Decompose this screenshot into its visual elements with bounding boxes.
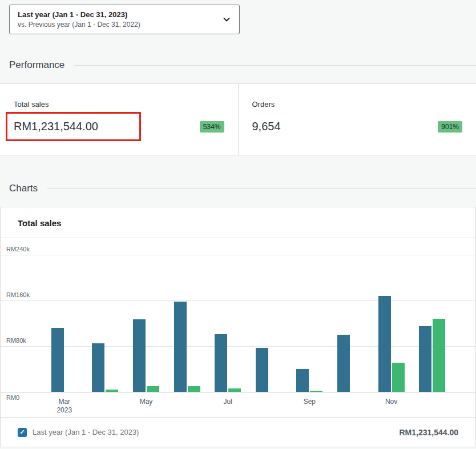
total-sales-card[interactable]: Total sales RM1,231,544.00 534%: [0, 84, 238, 155]
x-axis-tick: [330, 398, 371, 417]
check-icon: ✓: [19, 429, 25, 435]
bar-group-jun-2023[interactable]: [167, 255, 208, 392]
analytics-page: Last year (Jan 1 - Dec 31, 2023) vs. Pre…: [0, 5, 476, 447]
bar-current-period[interactable]: [174, 302, 187, 392]
y-axis-tick-label: RM160k: [6, 291, 30, 298]
date-range-picker[interactable]: Last year (Jan 1 - Dec 31, 2023) vs. Pre…: [9, 5, 240, 34]
bar-current-period[interactable]: [133, 319, 146, 392]
bar-previous-period[interactable]: [433, 319, 445, 392]
date-range-text: Last year (Jan 1 - Dec 31, 2023) vs. Pre…: [18, 10, 140, 29]
charts-section-heading: Charts: [9, 183, 476, 194]
y-axis-tick-label: RM80k: [6, 337, 26, 344]
x-axis-tick: [167, 398, 208, 417]
orders-card[interactable]: Orders 9,654 901%: [238, 84, 476, 155]
total-sales-chart-card: Total sales RM240kRM160kRM80kRM0 Mar2023…: [0, 207, 476, 447]
bar-group-sep-2023[interactable]: [289, 255, 330, 392]
x-axis-tick: Sep: [289, 398, 330, 417]
bar-previous-period[interactable]: [392, 363, 405, 392]
bar-current-period[interactable]: [256, 348, 268, 392]
date-range-secondary: vs. Previous year (Jan 1 - Dec 31, 2022): [18, 20, 140, 29]
orders-body: 9,654 901%: [252, 112, 463, 141]
y-axis-tick-label: RM0: [6, 394, 19, 401]
bar-current-period[interactable]: [337, 335, 350, 392]
bar-current-period[interactable]: [51, 328, 64, 392]
bar-current-period[interactable]: [419, 326, 431, 392]
bar-group-may-2023[interactable]: [126, 255, 167, 392]
bar-previous-period[interactable]: [228, 388, 241, 392]
x-axis-row: Mar2023MayJulSepNov: [44, 398, 453, 417]
total-sales-label: Total sales: [14, 100, 224, 109]
chevron-down-icon: [222, 15, 231, 24]
bar-previous-period[interactable]: [188, 386, 200, 392]
x-axis-tick: Nov: [371, 398, 412, 417]
bar-group-aug-2023[interactable]: [248, 255, 289, 392]
chart-plot: RM240kRM160kRM80kRM0: [1, 255, 475, 392]
total-sales-value: RM1,231,544.00: [14, 120, 98, 133]
legend-checkbox[interactable]: ✓: [18, 428, 27, 437]
y-axis-tick-label: RM240k: [6, 246, 30, 252]
bar-previous-period[interactable]: [106, 390, 118, 392]
performance-cards-row: Total sales RM1,231,544.00 534% Orders 9…: [0, 83, 476, 155]
bars-row: [44, 255, 453, 392]
bar-previous-period[interactable]: [310, 391, 322, 392]
total-sales-body: RM1,231,544.00 534%: [14, 112, 224, 141]
orders-label: Orders: [252, 100, 463, 109]
annotation-highlight-box: RM1,231,544.00: [6, 112, 141, 141]
bar-previous-period[interactable]: [147, 386, 159, 392]
charts-heading-text: Charts: [9, 183, 38, 194]
x-axis-tick: [412, 398, 453, 417]
performance-section-heading: Performance: [9, 59, 476, 71]
heading-divider: [47, 189, 476, 189]
gridline: [1, 392, 475, 392]
orders-delta-badge: 901%: [438, 121, 462, 133]
bar-current-period[interactable]: [296, 369, 309, 392]
orders-value: 9,654: [252, 112, 281, 141]
bar-group-apr-2023[interactable]: [85, 255, 126, 392]
legend-label[interactable]: Last year (Jan 1 - Dec 31, 2023): [33, 428, 139, 436]
bar-group-mar-2023[interactable]: [44, 255, 85, 392]
x-axis-tick: [85, 398, 126, 417]
x-axis-tick: Jul: [207, 398, 248, 417]
total-sales-delta-badge: 534%: [200, 121, 224, 133]
x-axis-tick: [248, 398, 289, 417]
x-axis-tick: May: [126, 398, 167, 417]
date-range-primary: Last year (Jan 1 - Dec 31, 2023): [18, 10, 140, 20]
heading-divider: [74, 65, 476, 66]
bar-group-oct-2023[interactable]: [330, 255, 371, 392]
x-axis-tick: Mar2023: [44, 398, 85, 417]
legend-total-value: RM1,231,544.00: [399, 428, 458, 437]
performance-heading-text: Performance: [9, 59, 64, 71]
bar-group-nov-2023[interactable]: [371, 255, 412, 392]
bar-current-period[interactable]: [378, 296, 391, 392]
bar-current-period[interactable]: [215, 334, 227, 392]
bar-current-period[interactable]: [92, 343, 104, 392]
bar-group-jul-2023[interactable]: [207, 255, 248, 392]
bar-group-dec-2023[interactable]: [412, 255, 453, 392]
chart-legend: ✓ Last year (Jan 1 - Dec 31, 2023) RM1,2…: [1, 417, 475, 447]
chart-title: Total sales: [1, 207, 475, 238]
